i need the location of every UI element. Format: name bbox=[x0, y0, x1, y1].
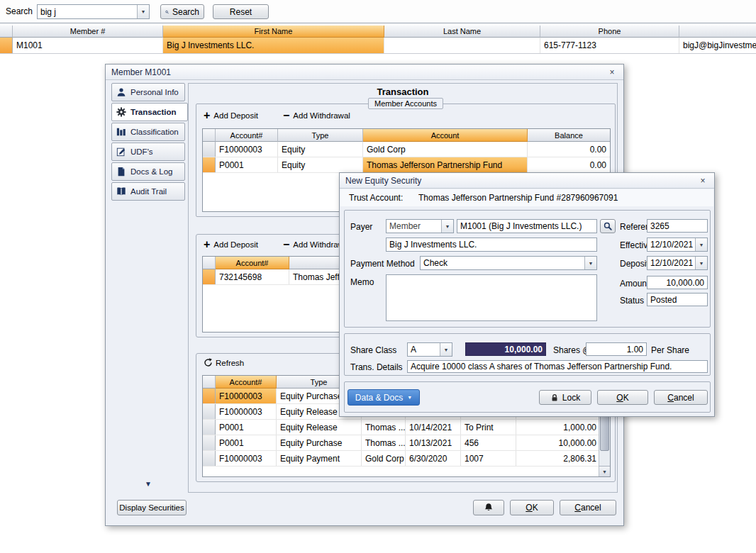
payer-account-field[interactable] bbox=[457, 219, 597, 233]
ok-button[interactable]: OK bbox=[510, 500, 554, 515]
scroll-down-icon[interactable]: ▼ bbox=[599, 466, 610, 476]
cell-account-no[interactable]: F10000003 bbox=[216, 451, 277, 466]
table-row[interactable]: F10000003 Equity Payment Gold Corp 6/30/… bbox=[203, 451, 600, 467]
reference-field[interactable] bbox=[647, 219, 708, 233]
cell-account-no[interactable]: P0001 bbox=[216, 420, 277, 435]
display-securities-button[interactable]: Display Securities bbox=[117, 500, 187, 515]
share-class-select[interactable]: A ▼ bbox=[407, 342, 452, 357]
refresh-button[interactable]: Refresh bbox=[204, 358, 244, 367]
results-header-phone[interactable]: Phone bbox=[540, 26, 679, 38]
tab-personal-info[interactable]: Personal Info bbox=[111, 83, 185, 101]
member-dialog-titlebar[interactable]: Member M1001 × bbox=[106, 65, 623, 80]
cell-date[interactable]: 10/13/2021 bbox=[406, 435, 461, 450]
search-input[interactable]: ▼ bbox=[37, 4, 150, 19]
cell-reference[interactable]: 456 bbox=[461, 435, 516, 450]
cell-balance[interactable]: 0.00 bbox=[528, 157, 610, 172]
cell-account[interactable]: Thomas Jefferson Partnership Fund bbox=[363, 157, 528, 172]
alerts-button[interactable] bbox=[473, 500, 504, 515]
per-share-price-field[interactable] bbox=[586, 342, 647, 356]
header-account-no[interactable]: Account# bbox=[216, 376, 277, 389]
cell-amount[interactable]: 2,806.31 bbox=[516, 451, 600, 466]
cancel-button[interactable]: Cancel bbox=[654, 390, 708, 405]
cell-account-no[interactable]: P0001 bbox=[216, 157, 278, 172]
chevron-down-icon[interactable]: ▼ bbox=[695, 238, 707, 251]
lock-button[interactable]: Lock bbox=[539, 390, 591, 405]
select-all-header[interactable] bbox=[203, 376, 216, 389]
add-deposit-button[interactable]: + Add Deposit bbox=[204, 239, 258, 250]
cell-type[interactable]: Equity bbox=[278, 157, 363, 172]
cell-type[interactable]: Equity Payment bbox=[277, 451, 362, 466]
payment-method-select[interactable]: Check ▼ bbox=[420, 256, 597, 270]
tab-docs-and-log[interactable]: Docs & Log bbox=[111, 162, 185, 181]
search-dropdown-icon[interactable]: ▼ bbox=[137, 5, 149, 18]
payer-name-field[interactable] bbox=[386, 238, 597, 252]
table-row[interactable]: P0001 Equity Thomas Jefferson Partnershi… bbox=[203, 157, 610, 173]
reset-button[interactable]: Reset bbox=[213, 4, 269, 19]
cell-member-number[interactable]: M1001 bbox=[13, 38, 163, 53]
amount-input[interactable] bbox=[650, 276, 704, 289]
select-all-header[interactable] bbox=[203, 129, 216, 142]
results-header-email[interactable] bbox=[679, 26, 756, 38]
close-icon[interactable]: × bbox=[697, 176, 708, 186]
header-balance[interactable]: Balance bbox=[528, 129, 610, 142]
cell-type[interactable]: Equity Purchase bbox=[277, 435, 362, 450]
chevron-down-icon[interactable]: ▼ bbox=[440, 343, 452, 356]
cell-reference[interactable]: To Print bbox=[461, 420, 516, 435]
search-button[interactable]: Search bbox=[160, 4, 204, 19]
cell-account[interactable]: Thomas ... bbox=[362, 435, 406, 450]
cell-account-no[interactable]: F10000003 bbox=[216, 404, 277, 419]
shares-field[interactable] bbox=[465, 342, 546, 356]
memo-field[interactable] bbox=[386, 274, 597, 321]
trans-details-field[interactable] bbox=[407, 360, 708, 373]
ok-button[interactable]: OK bbox=[597, 390, 648, 405]
cell-phone[interactable]: 615-777-1123 bbox=[540, 38, 679, 53]
cell-account[interactable]: Gold Corp bbox=[362, 451, 406, 466]
results-header-first-name[interactable]: First Name bbox=[163, 26, 384, 38]
table-row[interactable]: P0001 Equity Release Thomas ... 10/14/20… bbox=[203, 420, 600, 435]
cell-account-no[interactable]: F10000003 bbox=[216, 389, 277, 403]
add-deposit-button[interactable]: + Add Deposit bbox=[204, 110, 258, 121]
deposit-date-picker[interactable]: 12/10/2021 ▼ bbox=[647, 256, 708, 270]
amount-field[interactable] bbox=[647, 276, 708, 289]
cell-type[interactable]: Equity Release bbox=[277, 420, 362, 435]
status-field[interactable] bbox=[647, 293, 708, 306]
cell-amount[interactable]: 10,000.00 bbox=[516, 435, 600, 450]
chevron-down-icon[interactable]: ▼ bbox=[584, 257, 596, 269]
data-and-docs-button[interactable]: Data & Docs ▼ bbox=[348, 389, 420, 406]
reference-input[interactable] bbox=[650, 220, 704, 232]
header-account-no[interactable]: Account# bbox=[216, 257, 289, 269]
cell-balance[interactable]: 0.00 bbox=[528, 142, 610, 157]
cell-email[interactable]: bigJ@bigJinvestments bbox=[679, 38, 756, 53]
results-header-last-name[interactable]: Last Name bbox=[384, 26, 540, 38]
cell-last-name[interactable] bbox=[384, 38, 540, 53]
tab-transaction[interactable]: Transaction bbox=[111, 103, 188, 121]
payer-lookup-button[interactable] bbox=[600, 219, 616, 233]
equity-dialog-titlebar[interactable]: New Equity Security × bbox=[340, 173, 714, 189]
add-withdrawal-button[interactable]: − Add Withdrawal bbox=[283, 110, 350, 121]
cell-account[interactable]: Gold Corp bbox=[363, 142, 528, 157]
cell-type[interactable]: Equity bbox=[278, 142, 363, 157]
tab-scroll-down-icon[interactable]: ▼ bbox=[138, 480, 158, 488]
cell-first-name[interactable]: Big J Investments LLC. bbox=[163, 38, 384, 53]
header-account-no[interactable]: Account# bbox=[216, 129, 278, 142]
cell-account-no[interactable]: 732145698 bbox=[216, 269, 289, 284]
status-input[interactable] bbox=[650, 294, 704, 306]
table-row[interactable]: F10000003 Equity Gold Corp 0.00 bbox=[203, 142, 610, 157]
cell-account-no[interactable]: P0001 bbox=[216, 435, 277, 450]
chevron-down-icon[interactable]: ▼ bbox=[695, 257, 707, 269]
results-select-all-header[interactable] bbox=[0, 26, 13, 38]
search-input-field[interactable] bbox=[40, 5, 134, 18]
cell-date[interactable]: 10/14/2021 bbox=[406, 420, 461, 435]
shares-input[interactable] bbox=[469, 343, 543, 355]
results-header-member[interactable]: Member # bbox=[13, 26, 163, 38]
payer-type-select[interactable]: Member ▼ bbox=[386, 219, 454, 233]
table-row[interactable]: P0001 Equity Purchase Thomas ... 10/13/2… bbox=[203, 435, 600, 451]
header-type[interactable]: Type bbox=[278, 129, 363, 142]
cell-account-no[interactable]: F10000003 bbox=[216, 142, 278, 157]
tab-audit-trail[interactable]: Audit Trail bbox=[111, 182, 185, 201]
header-account[interactable]: Account bbox=[363, 129, 528, 142]
cancel-button[interactable]: Cancel bbox=[560, 500, 616, 515]
effective-date-picker[interactable]: 12/10/2021 ▼ bbox=[647, 238, 708, 252]
tab-classification[interactable]: Classification bbox=[111, 123, 185, 141]
results-row[interactable]: M1001 Big J Investments LLC. 615-777-112… bbox=[0, 38, 756, 54]
